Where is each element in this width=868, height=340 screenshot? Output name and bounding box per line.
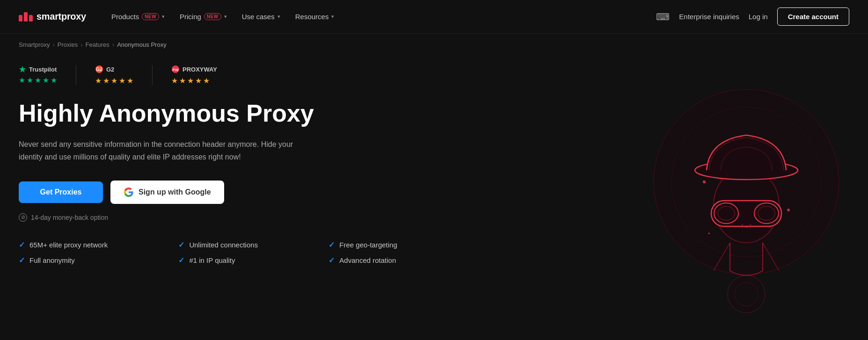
create-account-button[interactable]: Create account	[777, 7, 849, 26]
rating-proxyway: PW PROXYWAY ★ ★ ★ ★ ★	[152, 65, 236, 85]
trustpilot-brand: Trustpilot	[19, 65, 57, 73]
feature-item-1: ✓ Unlimited connections	[178, 240, 300, 249]
feature-item-3: ✓ Full anonymity	[19, 256, 150, 265]
breadcrumb-features[interactable]: Features	[86, 41, 109, 48]
nav-use-cases[interactable]: Use cases ▾	[235, 9, 287, 24]
translate-icon[interactable]: ⌨	[656, 11, 670, 22]
google-icon	[124, 187, 134, 197]
svg-point-18	[703, 181, 704, 181]
breadcrumb-current: Anonymous Proxy	[117, 41, 167, 48]
content-left: Trustpilot ★ ★ ★ ★ ★ G2 G2	[19, 65, 440, 299]
check-icon-1: ✓	[178, 240, 184, 249]
feature-label-5: Advanced rotation	[339, 256, 396, 264]
g2-brand: G2 G2	[95, 65, 133, 73]
breadcrumb-home[interactable]: Smartproxy	[19, 41, 50, 48]
check-icon-0: ✓	[19, 240, 25, 249]
proxyway-icon: PW	[171, 65, 180, 73]
hero-title: Highly Anonymous Proxy	[19, 100, 440, 127]
logo-icon	[19, 12, 33, 22]
rating-trustpilot: Trustpilot ★ ★ ★ ★ ★	[19, 65, 76, 85]
trustpilot-icon	[19, 65, 26, 73]
feature-label-3: Full anonymity	[29, 256, 75, 264]
get-proxies-button[interactable]: Get Proxies	[19, 181, 103, 203]
nav-pricing[interactable]: Pricing NEW ▾	[173, 9, 233, 24]
check-icon-5: ✓	[328, 256, 335, 265]
nav-use-cases-label: Use cases	[242, 13, 275, 21]
ratings-row: Trustpilot ★ ★ ★ ★ ★ G2 G2	[19, 65, 440, 85]
g2-icon: G2	[95, 65, 103, 73]
feature-item-4: ✓ #1 in IP quality	[178, 256, 300, 265]
logo-bar-3	[29, 15, 33, 22]
main-content: Trustpilot ★ ★ ★ ★ ★ G2 G2	[0, 56, 868, 327]
chevron-down-icon-use-cases: ▾	[277, 14, 280, 20]
trustpilot-label: Trustpilot	[29, 66, 57, 73]
cta-row: Get Proxies Sign up with Google	[19, 181, 440, 204]
feature-label-1: Unlimited connections	[189, 241, 258, 249]
svg-point-21	[728, 275, 765, 313]
nav-resources[interactable]: Resources ▾	[289, 9, 341, 24]
svg-marker-0	[19, 66, 26, 72]
money-back-label: 14-day money-back option	[31, 214, 108, 221]
hero-illustration-container	[625, 56, 868, 327]
g2-stars: ★ ★ ★ ★ ★	[95, 76, 133, 85]
features-grid: ✓ 65M+ elite proxy network ✓ Unlimited c…	[19, 240, 440, 265]
feature-item-2: ✓ Free geo-targeting	[328, 240, 440, 249]
proxyway-label: PROXYWAY	[182, 66, 217, 73]
logo[interactable]: smartproxy	[19, 11, 86, 22]
nav-resources-label: Resources	[295, 13, 329, 21]
money-back-icon: ⊘	[19, 213, 27, 222]
feature-item-0: ✓ 65M+ elite proxy network	[19, 240, 150, 249]
google-signup-label: Sign up with Google	[139, 188, 211, 196]
breadcrumb-sep-1: ›	[52, 41, 54, 48]
chevron-down-icon-pricing: ▾	[224, 14, 227, 20]
nav-right: ⌨ Enterprise inquiries Log in Create acc…	[656, 7, 849, 26]
check-icon-2: ✓	[328, 240, 335, 249]
svg-point-19	[787, 209, 790, 211]
svg-text:PW: PW	[173, 68, 179, 72]
logo-bar-1	[19, 15, 22, 22]
nav-items: Products NEW ▾ Pricing NEW ▾ Use cases ▾…	[105, 9, 656, 24]
hero-illustration	[639, 70, 854, 313]
nav-products-badge: NEW	[142, 13, 159, 20]
login-link[interactable]: Log in	[749, 13, 768, 21]
enterprise-link[interactable]: Enterprise inquiries	[679, 13, 739, 21]
breadcrumb-sep-2: ›	[80, 41, 82, 48]
g2-label: G2	[106, 66, 114, 73]
breadcrumb-proxies[interactable]: Proxies	[58, 41, 78, 48]
nav-pricing-label: Pricing	[180, 13, 201, 21]
proxyway-brand: PW PROXYWAY	[171, 65, 217, 73]
feature-item-5: ✓ Advanced rotation	[328, 256, 440, 265]
feature-label-2: Free geo-targeting	[339, 241, 397, 249]
hero-description: Never send any sensitive information in …	[19, 138, 318, 163]
logo-bar-2	[24, 12, 28, 22]
check-icon-3: ✓	[19, 256, 25, 265]
svg-point-20	[708, 232, 710, 234]
check-icon-4: ✓	[178, 256, 184, 265]
nav-products[interactable]: Products NEW ▾	[105, 9, 171, 24]
nav-pricing-badge: NEW	[204, 13, 221, 20]
breadcrumb-sep-3: ›	[112, 41, 114, 48]
trustpilot-stars: ★ ★ ★ ★ ★	[19, 76, 57, 85]
nav-products-label: Products	[111, 13, 139, 21]
chevron-down-icon: ▾	[162, 14, 165, 20]
rating-g2: G2 G2 ★ ★ ★ ★ ★	[76, 65, 152, 85]
feature-label-0: 65M+ elite proxy network	[29, 241, 108, 249]
logo-text: smartproxy	[36, 11, 86, 22]
money-back-row: ⊘ 14-day money-back option	[19, 213, 440, 222]
google-signup-button[interactable]: Sign up with Google	[110, 181, 224, 204]
chevron-down-icon-resources: ▾	[331, 14, 334, 20]
feature-label-4: #1 in IP quality	[189, 256, 235, 264]
navbar: smartproxy Products NEW ▾ Pricing NEW ▾ …	[0, 0, 868, 34]
proxyway-stars: ★ ★ ★ ★ ★	[171, 76, 217, 85]
breadcrumb: Smartproxy › Proxies › Features › Anonym…	[0, 34, 868, 56]
svg-text:G2: G2	[96, 67, 102, 72]
